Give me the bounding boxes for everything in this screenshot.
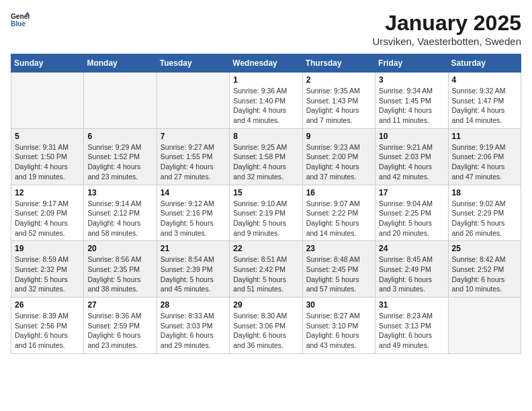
calendar-cell xyxy=(84,73,157,129)
calendar-cell: 23Sunrise: 8:48 AM Sunset: 2:45 PM Dayli… xyxy=(302,241,375,298)
day-number: 15 xyxy=(233,188,298,197)
day-info: Sunrise: 9:10 AM Sunset: 2:19 PM Dayligh… xyxy=(233,199,298,238)
calendar-cell: 11Sunrise: 9:19 AM Sunset: 2:06 PM Dayli… xyxy=(448,128,521,185)
day-number: 8 xyxy=(233,132,298,141)
calendar: SundayMondayTuesdayWednesdayThursdayFrid… xyxy=(11,54,521,354)
calendar-cell: 28Sunrise: 8:33 AM Sunset: 3:03 PM Dayli… xyxy=(157,298,229,354)
day-info: Sunrise: 8:56 AM Sunset: 2:35 PM Dayligh… xyxy=(87,255,152,294)
calendar-cell: 31Sunrise: 8:23 AM Sunset: 3:13 PM Dayli… xyxy=(375,298,448,354)
day-info: Sunrise: 9:21 AM Sunset: 2:03 PM Dayligh… xyxy=(379,142,444,182)
calendar-cell: 10Sunrise: 9:21 AM Sunset: 2:03 PM Dayli… xyxy=(375,128,448,185)
calendar-cell: 7Sunrise: 9:27 AM Sunset: 1:55 PM Daylig… xyxy=(157,128,229,185)
day-number: 23 xyxy=(306,244,371,253)
day-number: 19 xyxy=(15,244,80,253)
day-info: Sunrise: 8:59 AM Sunset: 2:32 PM Dayligh… xyxy=(15,255,80,294)
calendar-cell: 5Sunrise: 9:31 AM Sunset: 1:50 PM Daylig… xyxy=(11,128,84,185)
day-number: 30 xyxy=(306,300,371,310)
calendar-cell: 27Sunrise: 8:36 AM Sunset: 2:59 PM Dayli… xyxy=(84,298,157,354)
week-row-5: 26Sunrise: 8:39 AM Sunset: 2:56 PM Dayli… xyxy=(11,298,521,354)
day-info: Sunrise: 9:23 AM Sunset: 2:00 PM Dayligh… xyxy=(306,142,371,182)
calendar-cell: 14Sunrise: 9:12 AM Sunset: 2:16 PM Dayli… xyxy=(157,185,229,241)
calendar-cell: 20Sunrise: 8:56 AM Sunset: 2:35 PM Dayli… xyxy=(84,241,157,298)
day-info: Sunrise: 8:23 AM Sunset: 3:13 PM Dayligh… xyxy=(379,311,444,351)
calendar-cell: 6Sunrise: 9:29 AM Sunset: 1:52 PM Daylig… xyxy=(84,128,157,185)
day-number: 11 xyxy=(452,132,517,141)
calendar-cell: 15Sunrise: 9:10 AM Sunset: 2:19 PM Dayli… xyxy=(230,185,302,241)
calendar-cell: 25Sunrise: 8:42 AM Sunset: 2:52 PM Dayli… xyxy=(448,241,521,298)
calendar-cell: 9Sunrise: 9:23 AM Sunset: 2:00 PM Daylig… xyxy=(302,128,375,185)
day-info: Sunrise: 8:51 AM Sunset: 2:42 PM Dayligh… xyxy=(233,255,298,294)
day-number: 1 xyxy=(233,75,298,85)
calendar-cell: 16Sunrise: 9:07 AM Sunset: 2:22 PM Dayli… xyxy=(302,185,375,241)
day-info: Sunrise: 9:14 AM Sunset: 2:12 PM Dayligh… xyxy=(87,199,152,238)
day-number: 28 xyxy=(161,300,226,310)
day-info: Sunrise: 9:36 AM Sunset: 1:40 PM Dayligh… xyxy=(233,86,298,126)
calendar-cell: 22Sunrise: 8:51 AM Sunset: 2:42 PM Dayli… xyxy=(230,241,302,298)
day-number: 6 xyxy=(87,132,152,141)
day-number: 9 xyxy=(306,132,371,141)
day-number: 29 xyxy=(233,300,298,310)
day-number: 25 xyxy=(452,244,517,253)
calendar-cell xyxy=(448,298,521,354)
logo: General Blue xyxy=(11,11,30,30)
day-number: 20 xyxy=(87,244,152,253)
day-number: 14 xyxy=(161,188,226,197)
day-number: 7 xyxy=(161,132,226,141)
day-info: Sunrise: 9:35 AM Sunset: 1:43 PM Dayligh… xyxy=(306,86,371,126)
calendar-cell: 19Sunrise: 8:59 AM Sunset: 2:32 PM Dayli… xyxy=(11,241,84,298)
calendar-cell: 24Sunrise: 8:45 AM Sunset: 2:49 PM Dayli… xyxy=(375,241,448,298)
day-info: Sunrise: 8:36 AM Sunset: 2:59 PM Dayligh… xyxy=(87,311,152,351)
month-title: January 2025 xyxy=(372,11,521,36)
day-number: 24 xyxy=(379,244,444,253)
calendar-cell: 13Sunrise: 9:14 AM Sunset: 2:12 PM Dayli… xyxy=(84,185,157,241)
day-number: 12 xyxy=(15,188,80,197)
day-number: 5 xyxy=(15,132,80,141)
day-number: 16 xyxy=(306,188,371,197)
day-info: Sunrise: 9:19 AM Sunset: 2:06 PM Dayligh… xyxy=(452,142,517,182)
day-number: 10 xyxy=(379,132,444,141)
day-info: Sunrise: 9:27 AM Sunset: 1:55 PM Dayligh… xyxy=(161,142,226,182)
calendar-cell: 4Sunrise: 9:32 AM Sunset: 1:47 PM Daylig… xyxy=(448,73,521,129)
weekday-header-wednesday: Wednesday xyxy=(230,54,302,73)
day-number: 17 xyxy=(379,188,444,197)
weekday-header-row: SundayMondayTuesdayWednesdayThursdayFrid… xyxy=(11,54,521,73)
calendar-cell: 26Sunrise: 8:39 AM Sunset: 2:56 PM Dayli… xyxy=(11,298,84,354)
calendar-cell: 1Sunrise: 9:36 AM Sunset: 1:40 PM Daylig… xyxy=(230,73,302,129)
weekday-header-friday: Friday xyxy=(375,54,448,73)
day-info: Sunrise: 9:17 AM Sunset: 2:09 PM Dayligh… xyxy=(15,199,80,238)
day-number: 22 xyxy=(233,244,298,253)
day-info: Sunrise: 9:25 AM Sunset: 1:58 PM Dayligh… xyxy=(233,142,298,182)
calendar-cell: 12Sunrise: 9:17 AM Sunset: 2:09 PM Dayli… xyxy=(11,185,84,241)
day-info: Sunrise: 8:48 AM Sunset: 2:45 PM Dayligh… xyxy=(306,255,371,294)
day-info: Sunrise: 8:39 AM Sunset: 2:56 PM Dayligh… xyxy=(15,311,80,351)
day-number: 4 xyxy=(452,75,517,85)
calendar-cell: 17Sunrise: 9:04 AM Sunset: 2:25 PM Dayli… xyxy=(375,185,448,241)
day-info: Sunrise: 8:33 AM Sunset: 3:03 PM Dayligh… xyxy=(161,311,226,351)
day-info: Sunrise: 9:31 AM Sunset: 1:50 PM Dayligh… xyxy=(15,142,80,182)
calendar-cell: 30Sunrise: 8:27 AM Sunset: 3:10 PM Dayli… xyxy=(302,298,375,354)
day-info: Sunrise: 9:02 AM Sunset: 2:29 PM Dayligh… xyxy=(452,199,517,238)
week-row-3: 12Sunrise: 9:17 AM Sunset: 2:09 PM Dayli… xyxy=(11,185,521,241)
svg-text:Blue: Blue xyxy=(11,20,26,28)
day-number: 13 xyxy=(87,188,152,197)
weekday-header-monday: Monday xyxy=(84,54,157,73)
day-number: 31 xyxy=(379,300,444,310)
calendar-cell: 8Sunrise: 9:25 AM Sunset: 1:58 PM Daylig… xyxy=(230,128,302,185)
day-number: 26 xyxy=(15,300,80,310)
calendar-cell: 18Sunrise: 9:02 AM Sunset: 2:29 PM Dayli… xyxy=(448,185,521,241)
calendar-cell: 21Sunrise: 8:54 AM Sunset: 2:39 PM Dayli… xyxy=(157,241,229,298)
day-info: Sunrise: 9:32 AM Sunset: 1:47 PM Dayligh… xyxy=(452,86,517,126)
day-info: Sunrise: 9:29 AM Sunset: 1:52 PM Dayligh… xyxy=(87,142,152,182)
weekday-header-thursday: Thursday xyxy=(302,54,375,73)
calendar-cell: 2Sunrise: 9:35 AM Sunset: 1:43 PM Daylig… xyxy=(302,73,375,129)
day-info: Sunrise: 8:30 AM Sunset: 3:06 PM Dayligh… xyxy=(233,311,298,351)
location-title: Ursviken, Vaesterbotten, Sweden xyxy=(372,36,521,47)
day-info: Sunrise: 8:54 AM Sunset: 2:39 PM Dayligh… xyxy=(161,255,226,294)
week-row-1: 1Sunrise: 9:36 AM Sunset: 1:40 PM Daylig… xyxy=(11,73,521,129)
day-info: Sunrise: 9:04 AM Sunset: 2:25 PM Dayligh… xyxy=(379,199,444,238)
day-info: Sunrise: 9:34 AM Sunset: 1:45 PM Dayligh… xyxy=(379,86,444,126)
day-number: 27 xyxy=(87,300,152,310)
day-number: 18 xyxy=(452,188,517,197)
calendar-cell xyxy=(157,73,229,129)
calendar-cell: 3Sunrise: 9:34 AM Sunset: 1:45 PM Daylig… xyxy=(375,73,448,129)
